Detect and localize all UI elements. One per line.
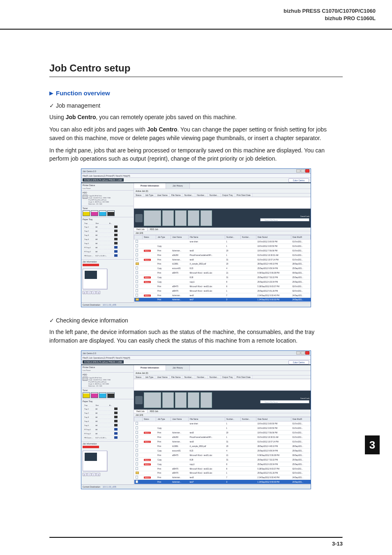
- tray-row[interactable]: PI Tray 1A4: [83, 428, 118, 431]
- tray-row[interactable]: Tray 1A4: [83, 408, 118, 411]
- strip-thumb[interactable]: [144, 210, 161, 226]
- tray-row[interactable]: PI Tray 2A4: [83, 432, 118, 435]
- close-icon[interactable]: [305, 351, 309, 355]
- page-nav[interactable]: |<<>>|: [83, 473, 132, 476]
- maximize-icon[interactable]: [301, 351, 305, 355]
- job-row[interactable]: EditedCopy8:283125/Sep/2012 7:32:22 PM25…: [134, 275, 311, 280]
- job-row[interactable]: Copy110/Oct/2012 3:00:50 PM01/Oct/201...: [134, 426, 311, 431]
- tray-row[interactable]: PI Tray 2A4: [83, 250, 118, 253]
- job-row[interactable]: Printb13891A_sample_2832.pdf2028/Sep/201…: [134, 262, 311, 266]
- tab-held-job[interactable]: Held Job: [134, 228, 148, 231]
- doc-icon: [136, 249, 138, 252]
- search-input[interactable]: Search File Name: [260, 218, 309, 221]
- job-row[interactable]: Printb13891A_sample_2832.pdf2028/Sep/201…: [134, 444, 311, 449]
- job-row[interactable]: EditedPrintAdministr...test83101/Oct/201…: [134, 440, 311, 444]
- job-row[interactable]: Printa3b290PhotoFrameGuideline04Fi...101…: [134, 253, 311, 258]
- job-row[interactable]: EditedPrintAdministr...test8201 24/Sep/2…: [134, 302, 311, 303]
- job-row[interactable]: Copyaccount018:23425/Sep/2012 9:59:34 PM…: [134, 266, 311, 271]
- tab-job-history[interactable]: Job History: [166, 183, 190, 189]
- job-row[interactable]: EditedPrintAdministr...test82010/Oct/201…: [134, 431, 311, 435]
- status-edited-badge: Edited: [144, 441, 151, 443]
- job-row[interactable]: Printa89475Microsoft Word - test03.doc12…: [134, 289, 311, 293]
- tray-row[interactable]: PB Cover ...8.27 x 11.69 i...: [83, 254, 118, 258]
- job-row[interactable]: Printa89475Microsoft Word - test02.doc85…: [134, 467, 311, 471]
- doc-icon: [136, 435, 138, 438]
- job-row[interactable]: tone-chart110/Oct/2012 3:00:50 PM01/Oct/…: [134, 421, 311, 426]
- toner-magenta-icon: [91, 392, 98, 398]
- job-row[interactable]: tone-chart110/Oct/2012 3:00:50 PM01/Oct/…: [134, 240, 311, 244]
- tray-row[interactable]: Tray 5A4: [83, 424, 118, 427]
- job-info-flag: [83, 264, 99, 266]
- tab-printer-info[interactable]: Printer Information: [134, 183, 166, 189]
- job-row[interactable]: Printa89475Microsoft Word - test01.doc21…: [134, 453, 311, 458]
- tray-row[interactable]: Tray 2A4: [83, 412, 118, 415]
- active-grid-empty: [134, 379, 311, 391]
- strip-thumb[interactable]: [162, 392, 174, 408]
- job-row[interactable]: Printa89475Microsoft Word - test01.doc21…: [134, 271, 311, 275]
- strip-thumb[interactable]: [175, 210, 187, 226]
- job-row[interactable]: Copy110/Oct/2012 3:00:50 PM01/Oct/201...: [134, 244, 311, 249]
- job-list-table: StatusJob TypeUser NameFile NameNumber..…: [134, 417, 311, 484]
- strip-thumb[interactable]: [188, 210, 199, 226]
- job-row[interactable]: EditedPrintAdministr...test872 24/Sep/20…: [134, 293, 311, 298]
- job-row[interactable]: EditedPrintAdministr...test872 24/Sep/20…: [134, 475, 311, 480]
- tray-row[interactable]: Tray 1A4: [83, 226, 118, 229]
- minimize-icon[interactable]: [296, 169, 300, 173]
- tab-printer-info[interactable]: Printer Information: [134, 365, 166, 371]
- check-job-management: ✓ Job management: [49, 102, 343, 109]
- job-row[interactable]: EditedPrintAdministr...test82010/Oct/201…: [134, 249, 311, 253]
- close-icon[interactable]: [305, 169, 309, 173]
- job-row[interactable]: Printa3b290PhotoFrameGuideline04Fi...101…: [134, 435, 311, 440]
- page-nav[interactable]: |<<>>|: [83, 291, 132, 294]
- color-centro-button[interactable]: Color Centro: [288, 178, 309, 182]
- tray-level-icon: [114, 230, 118, 232]
- search-input[interactable]: Search File Name: [260, 400, 309, 403]
- tray-row[interactable]: Tray 4A3: [83, 238, 118, 241]
- tray-row[interactable]: Tray 2A4: [83, 230, 118, 233]
- strip-thumb[interactable]: [188, 392, 199, 408]
- minimize-icon[interactable]: [296, 351, 300, 355]
- job-row[interactable]: EditedCopycopy1825/Sep/2012 6:33:34 PM25…: [134, 462, 311, 467]
- tray-row[interactable]: PI Tray 1A4: [83, 246, 118, 249]
- section-heading: Function overview: [56, 90, 110, 97]
- job-row[interactable]: Copyaccount018:23425/Sep/2012 9:59:34 PM…: [134, 449, 311, 453]
- tray-level-icon: [114, 412, 118, 414]
- job-row[interactable]: PrintAdministr...test731 24/Sep/2012 9:5…: [134, 480, 311, 484]
- tab-job-history[interactable]: Job History: [166, 365, 190, 371]
- tray-row[interactable]: Tray 5A4: [83, 242, 118, 245]
- job-count-label: Job (23): [134, 413, 311, 417]
- strip-thumb[interactable]: [162, 210, 174, 226]
- tray-row[interactable]: Tray 3A4: [83, 416, 118, 419]
- strip-thumb[interactable]: [201, 210, 212, 226]
- doc-icon: [136, 267, 138, 269]
- lock-icon: [135, 214, 143, 222]
- tray-row[interactable]: Tray 4A3: [83, 420, 118, 423]
- strip-thumb[interactable]: [175, 392, 187, 408]
- tab-hdd-job[interactable]: HDD Job: [148, 228, 161, 231]
- job-row[interactable]: EditedCopycopy1825/Sep/2012 6:33:34 PM25…: [134, 280, 311, 284]
- doc-icon: [136, 480, 138, 483]
- menu-bar[interactable]: File(F) Job Operations(J) Printer(P) Vie…: [81, 174, 311, 178]
- tab-held-job[interactable]: Held Job: [134, 410, 148, 413]
- job-row[interactable]: EditedPrintAdministr...test83101/Oct/201…: [134, 258, 311, 262]
- job-row[interactable]: PrintAdministr...test731 24/Sep/2012 9:5…: [134, 298, 311, 302]
- screenshot-2: Job Centro 2.0File(F) Job Operations(J) …: [81, 350, 311, 489]
- strip-thumb[interactable]: [144, 392, 161, 408]
- job-row[interactable]: Printa89475Microsoft Word - test02.doc85…: [134, 284, 311, 289]
- job-row[interactable]: EditedPrintAdministr...test8201 24/Sep/2…: [134, 484, 311, 485]
- strip-thumb[interactable]: [201, 392, 212, 408]
- color-centro-button[interactable]: Color Centro: [288, 360, 309, 364]
- tray-row[interactable]: Tray 3A4: [83, 234, 118, 237]
- tab-hdd-job[interactable]: HDD Job: [148, 410, 161, 413]
- maximize-icon[interactable]: [301, 169, 305, 173]
- job-row[interactable]: EditedCopy8:283125/Sep/2012 7:32:22 PM25…: [134, 458, 311, 462]
- right-pane: Printer InformationJob HistoryActive Job…: [134, 365, 311, 484]
- menu-bar[interactable]: File(F) Job Operations(J) Printer(P) Vie…: [81, 356, 311, 360]
- doc-icon: [136, 285, 138, 288]
- toner-magenta-icon: [91, 210, 98, 216]
- tray-row[interactable]: PB Cover ...8.27 x 11.69 i...: [83, 436, 118, 440]
- job-row[interactable]: Printa89475Microsoft Word - test03.doc12…: [134, 471, 311, 475]
- status-edited-badge: Edited: [144, 295, 151, 297]
- page-number: 3-13: [49, 541, 343, 547]
- status-edited-badge: Edited: [144, 459, 151, 461]
